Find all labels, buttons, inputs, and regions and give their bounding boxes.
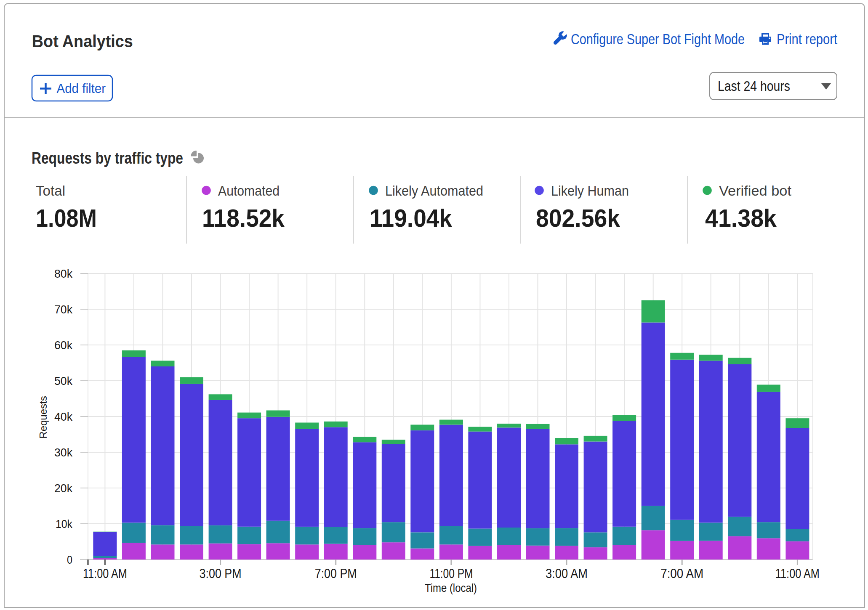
svg-text:3:00 AM: 3:00 AM <box>546 566 588 581</box>
svg-text:Configure Super Bot Fight Mode: Configure Super Bot Fight Mode <box>571 31 745 47</box>
svg-text:Add filter: Add filter <box>57 81 106 95</box>
svg-text:7:00 PM: 7:00 PM <box>315 566 357 581</box>
svg-text:Total: Total <box>36 183 65 199</box>
svg-text:41.38k: 41.38k <box>705 204 777 232</box>
svg-text:Bot Analytics: Bot Analytics <box>32 32 133 50</box>
svg-text:7:00 AM: 7:00 AM <box>660 566 703 581</box>
svg-text:Requests by traffic type: Requests by traffic type <box>32 149 183 167</box>
svg-text:119.04k: 119.04k <box>370 204 453 232</box>
svg-text:3:00 PM: 3:00 PM <box>200 566 242 581</box>
svg-text:Print report: Print report <box>777 31 837 47</box>
svg-text:Time (local): Time (local) <box>425 581 477 594</box>
svg-text:Last 24 hours: Last 24 hours <box>718 78 790 94</box>
svg-text:11:00 PM: 11:00 PM <box>429 566 473 581</box>
svg-text:40k: 40k <box>54 410 73 423</box>
svg-text:802.56k: 802.56k <box>536 204 620 232</box>
svg-text:11:00 AM: 11:00 AM <box>83 566 127 581</box>
svg-text:20k: 20k <box>54 481 73 495</box>
svg-text:Verified bot: Verified bot <box>719 183 792 199</box>
svg-text:50k: 50k <box>54 374 73 387</box>
svg-text:80k: 80k <box>54 267 73 280</box>
svg-text:Likely Automated: Likely Automated <box>385 183 483 199</box>
svg-text:10k: 10k <box>56 517 73 530</box>
svg-text:118.52k: 118.52k <box>202 204 285 232</box>
svg-text:1.08M: 1.08M <box>36 204 97 232</box>
svg-text:0: 0 <box>67 553 72 566</box>
svg-text:30k: 30k <box>54 446 73 459</box>
svg-text:Requests: Requests <box>37 396 49 438</box>
svg-text:11:00 AM: 11:00 AM <box>775 566 820 581</box>
svg-text:60k: 60k <box>54 338 73 352</box>
svg-text:Likely Human: Likely Human <box>551 183 629 199</box>
svg-text:70k: 70k <box>54 302 73 316</box>
svg-text:Automated: Automated <box>218 183 280 199</box>
